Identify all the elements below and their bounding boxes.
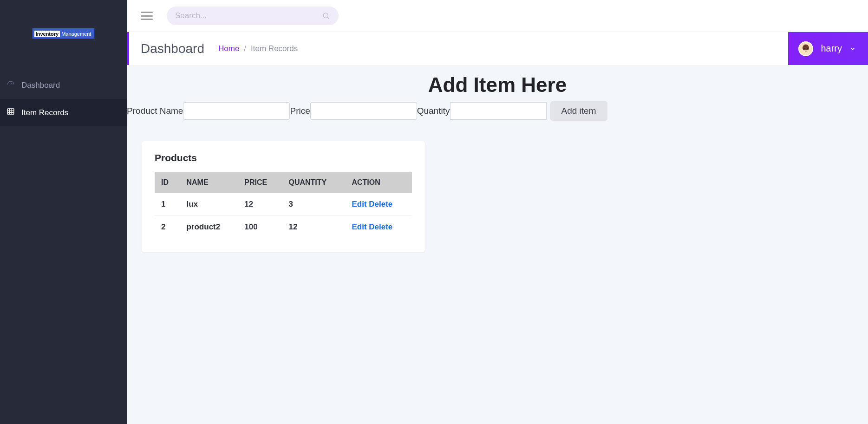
cell-price: 100 [238, 216, 282, 239]
cell-quantity: 3 [282, 193, 345, 216]
content: Add Item Here Product Name Price Quantit… [127, 65, 868, 424]
cell-price: 12 [238, 193, 282, 216]
cell-action: Edit Delete [345, 193, 412, 216]
page-title: Dashboard [141, 41, 204, 56]
chevron-down-icon [849, 46, 856, 52]
quantity-label: Quantity [417, 106, 450, 116]
cell-id: 2 [155, 216, 180, 239]
search-input[interactable] [175, 11, 322, 20]
sidebar-item-dashboard[interactable]: Dashboard [0, 72, 127, 99]
avatar [798, 41, 813, 56]
products-table: ID NAME PRICE QUANTITY ACTION 1 lux 12 3 [155, 172, 412, 238]
sidebar-item-label: Dashboard [21, 81, 60, 90]
product-name-label: Product Name [127, 106, 183, 116]
topbar [127, 0, 868, 32]
cell-name: product2 [180, 216, 238, 239]
cell-name: lux [180, 193, 238, 216]
svg-point-5 [323, 13, 328, 18]
cell-quantity: 12 [282, 216, 345, 239]
table-row: 2 product2 100 12 Edit Delete [155, 216, 412, 239]
logo-text-1: Inventory [34, 31, 60, 37]
search-box[interactable] [167, 7, 339, 25]
breadcrumb-current: Item Records [251, 44, 298, 53]
col-quantity: QUANTITY [282, 172, 345, 193]
price-input[interactable] [310, 102, 417, 120]
breadcrumb-separator: / [244, 44, 246, 53]
add-item-button[interactable]: Add item [550, 101, 607, 121]
edit-link[interactable]: Edit [352, 222, 366, 231]
username: harry [821, 43, 842, 54]
table-header-row: ID NAME PRICE QUANTITY ACTION [155, 172, 412, 193]
logo-text-2: Management [60, 31, 92, 37]
edit-link[interactable]: Edit [352, 200, 366, 209]
logo: InventoryManagement [0, 0, 127, 72]
title-bar: Dashboard Home / Item Records harry [127, 32, 868, 65]
product-name-input[interactable] [183, 102, 290, 120]
svg-rect-0 [7, 109, 14, 114]
col-id: ID [155, 172, 180, 193]
quantity-input[interactable] [450, 102, 547, 120]
products-card: Products ID NAME PRICE QUANTITY ACTION 1… [142, 141, 425, 252]
table-row: 1 lux 12 3 Edit Delete [155, 193, 412, 216]
svg-point-9 [807, 48, 809, 49]
svg-point-8 [804, 48, 805, 49]
grid-icon [7, 107, 15, 118]
cell-id: 1 [155, 193, 180, 216]
add-item-form: Product Name Price Quantity Add item [127, 101, 868, 121]
user-menu[interactable]: harry [788, 32, 868, 65]
sidebar-item-label: Item Records [21, 108, 68, 117]
delete-link[interactable]: Delete [369, 222, 392, 231]
breadcrumb-home[interactable]: Home [218, 44, 239, 53]
sidebar-item-item-records[interactable]: Item Records [0, 99, 127, 126]
breadcrumb: Home / Item Records [218, 44, 298, 53]
col-name: NAME [180, 172, 238, 193]
col-action: ACTION [345, 172, 412, 193]
menu-toggle-icon[interactable] [141, 12, 153, 20]
card-title: Products [155, 152, 412, 163]
delete-link[interactable]: Delete [369, 200, 392, 209]
sidebar: InventoryManagement Dashboard Item Recor… [0, 0, 127, 424]
title-accent [127, 32, 129, 65]
col-price: PRICE [238, 172, 282, 193]
cell-action: Edit Delete [345, 216, 412, 239]
speedometer-icon [7, 80, 15, 91]
price-label: Price [290, 106, 310, 116]
svg-line-6 [327, 17, 329, 19]
main: Dashboard Home / Item Records harry Add … [127, 0, 868, 424]
search-icon [322, 12, 330, 20]
form-heading: Add Item Here [127, 65, 868, 101]
